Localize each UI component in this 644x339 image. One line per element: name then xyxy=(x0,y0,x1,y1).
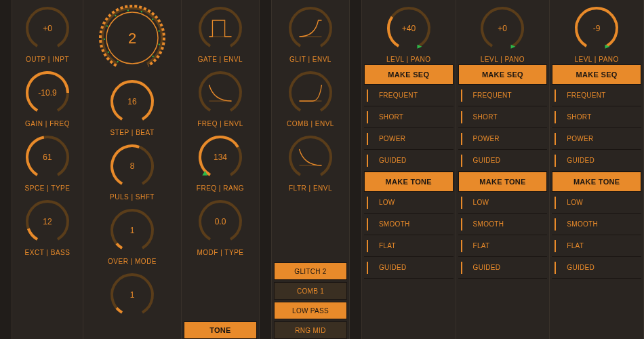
knob-levl-pano-1[interactable]: +40 xyxy=(384,4,433,53)
seq-item-short[interactable]: SHORT xyxy=(552,106,641,128)
tone-item-low[interactable]: LOW xyxy=(364,192,454,214)
tone-item-flat[interactable]: FLAT xyxy=(364,235,454,257)
knob-label: OVER | MODE xyxy=(108,258,157,265)
knob-big-step[interactable]: 2 xyxy=(98,4,166,72)
knob-fltr-envl[interactable] xyxy=(286,133,335,182)
slider-icon xyxy=(367,240,372,252)
tone-button[interactable]: TONE xyxy=(184,321,257,339)
knob-freq-rang[interactable]: 134 xyxy=(196,133,245,182)
seq-item-power[interactable]: POWER xyxy=(458,128,548,150)
make-tone-header[interactable]: MAKE TONE xyxy=(458,172,548,192)
list-item-label: POWER xyxy=(567,135,593,142)
knob-spce-type[interactable]: 61 xyxy=(23,133,72,182)
svg-text:8: 8 xyxy=(130,161,135,171)
knob-puls-shft[interactable]: 8 xyxy=(108,142,157,191)
tone-item-guided[interactable]: GUIDED xyxy=(552,257,641,279)
tone-item-smooth[interactable]: SMOOTH xyxy=(364,214,454,235)
tone-item-smooth[interactable]: SMOOTH xyxy=(458,214,548,235)
knob-comb-envl[interactable] xyxy=(286,68,335,117)
knob-outp-inpt[interactable]: +0 xyxy=(23,4,72,53)
slider-icon xyxy=(555,133,560,145)
svg-text:2: 2 xyxy=(128,30,136,47)
spacer-col-mid xyxy=(260,0,272,339)
knob-label: GLIT | ENVL xyxy=(289,56,331,63)
list-item-label: SHORT xyxy=(379,113,403,121)
make-seq-header[interactable]: MAKE SEQ xyxy=(364,64,454,85)
make-seq-list: MAKE SEQ FREQUENT SHORT POWER GUIDED xyxy=(552,64,641,172)
tone-item-guided[interactable]: GUIDED xyxy=(364,257,454,279)
make-seq-header[interactable]: MAKE SEQ xyxy=(458,64,548,85)
knob-levl-pano-2[interactable]: +0 xyxy=(478,4,527,53)
svg-text:+0: +0 xyxy=(498,24,508,33)
list-item-label: SMOOTH xyxy=(379,220,410,228)
knob-over-mode[interactable]: 1 xyxy=(108,206,157,255)
tone-item-guided[interactable]: GUIDED xyxy=(458,257,548,279)
seq-item-frequent[interactable]: FREQUENT xyxy=(458,85,548,106)
seq-item-guided[interactable]: GUIDED xyxy=(364,150,454,172)
list-item-label: GUIDED xyxy=(379,264,407,271)
list-item-label: FLAT xyxy=(379,242,396,250)
seq-item-frequent[interactable]: FREQUENT xyxy=(552,85,641,106)
knob-gain-freq[interactable]: -10.9 xyxy=(23,68,72,117)
make-tone-list: MAKE TONE LOW SMOOTH FLAT GUIDED xyxy=(552,172,641,279)
slider-icon xyxy=(367,111,372,123)
knob-label: FREQ | RANG xyxy=(197,184,244,192)
slider-icon xyxy=(367,133,372,145)
knob-extra[interactable]: 1 xyxy=(108,271,157,319)
list-item-label: LOW xyxy=(379,199,395,206)
list-item-label: GUIDED xyxy=(473,264,501,271)
tone-item-low[interactable]: LOW xyxy=(552,192,641,214)
list-item-label: POWER xyxy=(473,135,500,142)
knob-levl-pano-3[interactable]: -9 xyxy=(572,4,621,53)
seq-item-power[interactable]: POWER xyxy=(364,128,454,150)
tone-item-flat[interactable]: FLAT xyxy=(552,235,641,257)
seq-item-guided[interactable]: GUIDED xyxy=(552,150,641,172)
list-item-label: SMOOTH xyxy=(567,220,598,228)
list-item-label: SHORT xyxy=(567,113,591,121)
tone-item-flat[interactable]: FLAT xyxy=(458,235,548,257)
slider-icon xyxy=(461,111,466,123)
knob-exct-bass[interactable]: 12 xyxy=(23,197,72,246)
seq-item-power[interactable]: POWER xyxy=(552,128,641,150)
knob-label: PULS | SHFT xyxy=(110,193,155,201)
svg-text:-10.9: -10.9 xyxy=(38,88,57,98)
seq-item-short[interactable]: SHORT xyxy=(458,106,548,128)
svg-text:1: 1 xyxy=(130,290,135,300)
knob-freq-envl[interactable] xyxy=(196,68,245,117)
comb-button[interactable]: COMB 1 xyxy=(274,282,347,300)
list-item-label: FREQUENT xyxy=(379,92,418,99)
knob-label: LEVL | PANO xyxy=(386,56,430,63)
make-seq-header[interactable]: MAKE SEQ xyxy=(552,64,641,85)
rng-button[interactable]: RNG MID xyxy=(274,321,347,339)
svg-text:1: 1 xyxy=(130,226,135,235)
seq-item-short[interactable]: SHORT xyxy=(364,106,454,128)
seq-item-frequent[interactable]: FREQUENT xyxy=(364,85,454,106)
knob-step-beat[interactable]: 16 xyxy=(108,77,157,126)
make-tone-header[interactable]: MAKE TONE xyxy=(364,172,454,192)
lowpass-button[interactable]: LOW PASS xyxy=(274,302,347,319)
tone-item-smooth[interactable]: SMOOTH xyxy=(552,214,641,235)
column-output: +0 OUTP | INPT -10.9 GAIN | FREQ 61 SPCE… xyxy=(12,0,84,339)
tone-item-low[interactable]: LOW xyxy=(458,192,548,214)
list-item-label: GUIDED xyxy=(379,157,407,164)
knob-modf-type[interactable]: 0.0 xyxy=(196,197,245,246)
knob-label: GATE | ENVL xyxy=(198,56,243,63)
knob-label: COMB | ENVL xyxy=(287,120,334,127)
svg-text:12: 12 xyxy=(43,217,52,226)
make-tone-header[interactable]: MAKE TONE xyxy=(552,172,641,192)
knob-gate-envl[interactable] xyxy=(196,4,245,53)
knob-label: SPCE | TYPE xyxy=(25,184,71,192)
glitch-button[interactable]: GLITCH 2 xyxy=(274,262,347,280)
slider-icon xyxy=(555,197,560,209)
list-item-label: LOW xyxy=(473,199,489,206)
list-item-label: SHORT xyxy=(473,113,498,121)
voice-column-2: +0 LEVL | PANO MAKE SEQ FREQUENT SHORT P… xyxy=(456,0,550,339)
list-item-label: GUIDED xyxy=(567,264,595,271)
column-fx: GLIT | ENVL COMB | ENVL FLTR | ENVL GLIT… xyxy=(272,0,350,339)
knob-label: OUTP | INPT xyxy=(26,56,69,63)
knob-glit-envl[interactable] xyxy=(286,4,335,53)
slider-icon xyxy=(555,89,560,102)
slider-icon xyxy=(461,89,466,102)
seq-item-guided[interactable]: GUIDED xyxy=(458,150,548,172)
voice-column-1: +40 LEVL | PANO MAKE SEQ FREQUENT SHORT … xyxy=(362,0,456,339)
